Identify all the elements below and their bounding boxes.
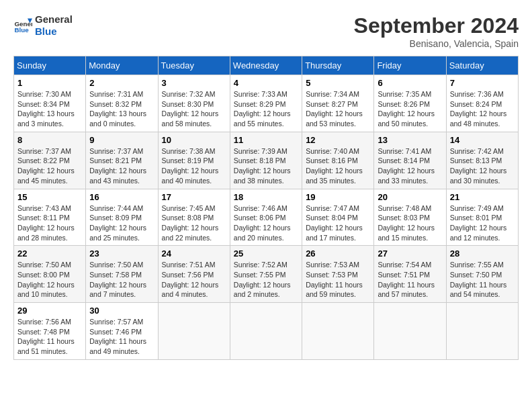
day-number: 15 <box>17 192 82 202</box>
day-number: 4 <box>234 78 298 88</box>
day-info: Sunrise: 7:48 AM Sunset: 8:03 PM Dayligh… <box>378 203 442 243</box>
day-number: 26 <box>306 248 370 259</box>
day-info: Sunrise: 7:45 AM Sunset: 8:08 PM Dayligh… <box>162 203 226 243</box>
day-info: Sunrise: 7:44 AM Sunset: 8:09 PM Dayligh… <box>89 203 154 243</box>
day-number: 23 <box>89 248 154 259</box>
calendar-cell: 9 Sunrise: 7:37 AM Sunset: 8:21 PM Dayli… <box>86 132 158 189</box>
day-number: 7 <box>450 78 515 88</box>
calendar-cell: 16 Sunrise: 7:44 AM Sunset: 8:09 PM Dayl… <box>86 189 158 246</box>
calendar-cell: 22 Sunrise: 7:50 AM Sunset: 8:00 PM Dayl… <box>14 246 86 303</box>
day-info: Sunrise: 7:31 AM Sunset: 8:32 PM Dayligh… <box>89 89 154 129</box>
day-number: 2 <box>89 78 154 88</box>
day-info: Sunrise: 7:42 AM Sunset: 8:13 PM Dayligh… <box>450 146 515 186</box>
weekday-header-thursday: Thursday <box>302 56 374 75</box>
day-info: Sunrise: 7:30 AM Sunset: 8:34 PM Dayligh… <box>17 89 82 129</box>
calendar-cell: 28 Sunrise: 7:55 AM Sunset: 7:50 PM Dayl… <box>446 246 518 303</box>
calendar-cell: 14 Sunrise: 7:42 AM Sunset: 8:13 PM Dayl… <box>446 132 518 189</box>
day-info: Sunrise: 7:57 AM Sunset: 7:46 PM Dayligh… <box>89 317 154 357</box>
logo-icon: General Blue <box>13 16 32 35</box>
month-title: September 2024 <box>354 13 519 38</box>
day-number: 22 <box>17 248 82 259</box>
day-number: 19 <box>306 192 370 202</box>
day-number: 5 <box>306 78 370 88</box>
weekday-header-tuesday: Tuesday <box>158 56 230 75</box>
calendar-cell: 26 Sunrise: 7:53 AM Sunset: 7:53 PM Dayl… <box>302 246 374 303</box>
day-info: Sunrise: 7:43 AM Sunset: 8:11 PM Dayligh… <box>17 203 82 243</box>
calendar-cell <box>302 303 374 360</box>
day-info: Sunrise: 7:37 AM Sunset: 8:22 PM Dayligh… <box>17 146 82 186</box>
calendar-week-5: 29 Sunrise: 7:56 AM Sunset: 7:48 PM Dayl… <box>14 303 519 360</box>
calendar-cell <box>158 303 230 360</box>
calendar-cell: 1 Sunrise: 7:30 AM Sunset: 8:34 PM Dayli… <box>14 75 86 132</box>
calendar-cell <box>374 303 446 360</box>
day-info: Sunrise: 7:50 AM Sunset: 7:58 PM Dayligh… <box>89 260 154 300</box>
day-info: Sunrise: 7:53 AM Sunset: 7:53 PM Dayligh… <box>306 260 370 300</box>
calendar-cell: 2 Sunrise: 7:31 AM Sunset: 8:32 PM Dayli… <box>86 75 158 132</box>
day-number: 1 <box>17 78 82 88</box>
calendar-cell: 21 Sunrise: 7:49 AM Sunset: 8:01 PM Dayl… <box>446 189 518 246</box>
day-number: 18 <box>234 192 298 202</box>
calendar-cell: 13 Sunrise: 7:41 AM Sunset: 8:14 PM Dayl… <box>374 132 446 189</box>
day-number: 8 <box>17 135 82 145</box>
calendar-cell: 11 Sunrise: 7:39 AM Sunset: 8:18 PM Dayl… <box>230 132 302 189</box>
day-number: 30 <box>89 306 154 316</box>
logo-blue-text: Blue <box>35 26 73 38</box>
day-number: 16 <box>89 192 154 202</box>
calendar-cell: 27 Sunrise: 7:54 AM Sunset: 7:51 PM Dayl… <box>374 246 446 303</box>
location-subtitle: Benisano, Valencia, Spain <box>354 38 519 49</box>
day-number: 12 <box>306 135 370 145</box>
calendar-week-3: 15 Sunrise: 7:43 AM Sunset: 8:11 PM Dayl… <box>14 189 519 246</box>
title-block: September 2024 Benisano, Valencia, Spain <box>354 13 519 49</box>
day-number: 17 <box>162 192 226 202</box>
day-number: 11 <box>234 135 298 145</box>
day-info: Sunrise: 7:50 AM Sunset: 8:00 PM Dayligh… <box>17 260 82 300</box>
svg-text:Blue: Blue <box>14 26 29 34</box>
calendar-cell: 10 Sunrise: 7:38 AM Sunset: 8:19 PM Dayl… <box>158 132 230 189</box>
day-number: 29 <box>17 306 82 316</box>
day-number: 21 <box>450 192 515 202</box>
weekday-header-friday: Friday <box>374 56 446 75</box>
day-info: Sunrise: 7:32 AM Sunset: 8:30 PM Dayligh… <box>162 89 226 129</box>
day-number: 6 <box>378 78 442 88</box>
weekday-header-saturday: Saturday <box>446 56 518 75</box>
day-info: Sunrise: 7:46 AM Sunset: 8:06 PM Dayligh… <box>234 203 298 243</box>
calendar-cell: 3 Sunrise: 7:32 AM Sunset: 8:30 PM Dayli… <box>158 75 230 132</box>
day-info: Sunrise: 7:52 AM Sunset: 7:55 PM Dayligh… <box>234 260 298 300</box>
calendar-table: SundayMondayTuesdayWednesdayThursdayFrid… <box>13 56 519 360</box>
day-info: Sunrise: 7:37 AM Sunset: 8:21 PM Dayligh… <box>89 146 154 186</box>
day-info: Sunrise: 7:56 AM Sunset: 7:48 PM Dayligh… <box>17 317 82 357</box>
calendar-cell: 4 Sunrise: 7:33 AM Sunset: 8:29 PM Dayli… <box>230 75 302 132</box>
day-info: Sunrise: 7:39 AM Sunset: 8:18 PM Dayligh… <box>234 146 298 186</box>
calendar-cell: 18 Sunrise: 7:46 AM Sunset: 8:06 PM Dayl… <box>230 189 302 246</box>
day-number: 25 <box>234 248 298 259</box>
calendar-cell: 17 Sunrise: 7:45 AM Sunset: 8:08 PM Dayl… <box>158 189 230 246</box>
calendar-cell: 5 Sunrise: 7:34 AM Sunset: 8:27 PM Dayli… <box>302 75 374 132</box>
day-info: Sunrise: 7:36 AM Sunset: 8:24 PM Dayligh… <box>450 89 515 129</box>
day-number: 28 <box>450 248 515 259</box>
day-info: Sunrise: 7:54 AM Sunset: 7:51 PM Dayligh… <box>378 260 442 300</box>
day-info: Sunrise: 7:33 AM Sunset: 8:29 PM Dayligh… <box>234 89 298 129</box>
calendar-cell <box>446 303 518 360</box>
weekday-header-sunday: Sunday <box>14 56 86 75</box>
weekday-header-wednesday: Wednesday <box>230 56 302 75</box>
day-info: Sunrise: 7:38 AM Sunset: 8:19 PM Dayligh… <box>162 146 226 186</box>
day-number: 10 <box>162 135 226 145</box>
page-header: General Blue General Blue September 2024… <box>13 13 519 49</box>
calendar-header-row: SundayMondayTuesdayWednesdayThursdayFrid… <box>14 56 519 75</box>
calendar-cell: 7 Sunrise: 7:36 AM Sunset: 8:24 PM Dayli… <box>446 75 518 132</box>
calendar-cell: 12 Sunrise: 7:40 AM Sunset: 8:16 PM Dayl… <box>302 132 374 189</box>
calendar-cell: 25 Sunrise: 7:52 AM Sunset: 7:55 PM Dayl… <box>230 246 302 303</box>
weekday-header-monday: Monday <box>86 56 158 75</box>
day-info: Sunrise: 7:51 AM Sunset: 7:56 PM Dayligh… <box>162 260 226 300</box>
calendar-cell: 8 Sunrise: 7:37 AM Sunset: 8:22 PM Dayli… <box>14 132 86 189</box>
day-info: Sunrise: 7:47 AM Sunset: 8:04 PM Dayligh… <box>306 203 370 243</box>
day-number: 27 <box>378 248 442 259</box>
calendar-cell: 19 Sunrise: 7:47 AM Sunset: 8:04 PM Dayl… <box>302 189 374 246</box>
calendar-cell <box>230 303 302 360</box>
day-number: 3 <box>162 78 226 88</box>
calendar-cell: 29 Sunrise: 7:56 AM Sunset: 7:48 PM Dayl… <box>14 303 86 360</box>
day-info: Sunrise: 7:40 AM Sunset: 8:16 PM Dayligh… <box>306 146 370 186</box>
day-number: 14 <box>450 135 515 145</box>
day-info: Sunrise: 7:35 AM Sunset: 8:26 PM Dayligh… <box>378 89 442 129</box>
calendar-week-2: 8 Sunrise: 7:37 AM Sunset: 8:22 PM Dayli… <box>14 132 519 189</box>
